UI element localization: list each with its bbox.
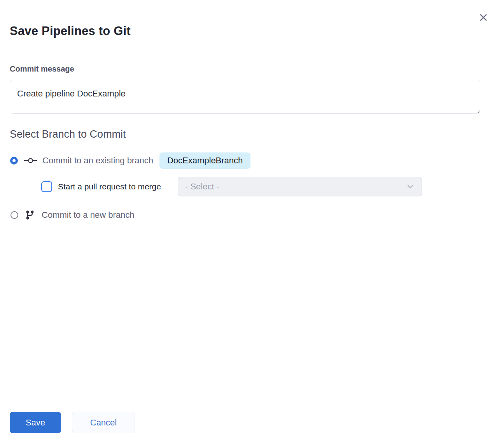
- commit-message-label: Commit message: [10, 65, 74, 74]
- chevron-down-icon: [406, 182, 415, 191]
- new-branch-option[interactable]: Commit to a new branch: [10, 209, 134, 221]
- save-button[interactable]: Save: [10, 412, 61, 433]
- close-icon: [479, 13, 488, 23]
- pull-request-row: Start a pull request to merge: [41, 177, 161, 196]
- select-branch-heading: Select Branch to Commit: [10, 128, 126, 140]
- existing-branch-option[interactable]: Commit to an existing branch DocExampleB…: [10, 152, 250, 169]
- new-branch-radio[interactable]: [11, 211, 18, 219]
- git-commit-icon: [24, 156, 37, 165]
- close-button[interactable]: [478, 12, 489, 23]
- pull-request-checkbox[interactable]: [41, 181, 52, 192]
- existing-branch-radio[interactable]: [10, 157, 18, 164]
- git-branch-icon: [25, 210, 35, 220]
- branch-tag[interactable]: DocExampleBranch: [159, 152, 250, 169]
- commit-message-input[interactable]: Create pipeline DocExample: [10, 80, 480, 114]
- new-branch-label[interactable]: Commit to a new branch: [42, 210, 134, 220]
- existing-branch-label[interactable]: Commit to an existing branch: [42, 156, 153, 166]
- cancel-button[interactable]: Cancel: [72, 412, 135, 433]
- footer-actions: Save Cancel: [10, 412, 135, 433]
- pull-request-label[interactable]: Start a pull request to merge: [58, 182, 161, 191]
- page-title: Save Pipelines to Git: [10, 24, 131, 38]
- merge-branch-select-value: - Select -: [185, 182, 406, 192]
- merge-branch-select[interactable]: - Select -: [178, 177, 422, 196]
